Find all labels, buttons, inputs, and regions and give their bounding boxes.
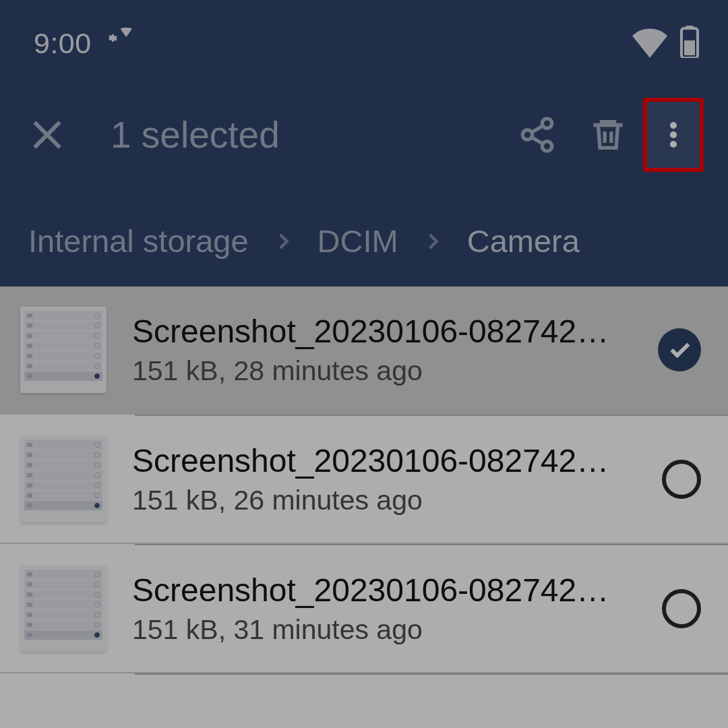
breadcrumb: Internal storage DCIM Camera — [0, 195, 728, 286]
svg-point-8 — [670, 141, 677, 148]
delete-button[interactable] — [572, 115, 643, 154]
file-info: Screenshot_20230106-082742 (3).p… 151 kB… — [132, 442, 636, 516]
breadcrumb-root[interactable]: Internal storage — [28, 222, 249, 260]
file-info: Screenshot_20230106-082742 (2).p… 151 kB… — [132, 313, 632, 387]
file-meta: 151 kB, 31 minutes ago — [132, 614, 636, 646]
close-selection-button[interactable] — [24, 116, 70, 154]
breadcrumb-dcim[interactable]: DCIM — [317, 222, 398, 260]
share-button[interactable] — [502, 115, 572, 154]
thumbnail — [20, 436, 107, 522]
selection-unchecked[interactable] — [662, 589, 701, 628]
selection-count: 1 selected — [111, 113, 502, 156]
selection-unchecked[interactable] — [662, 460, 701, 499]
file-list: Screenshot_20230106-082742 (2).p… 151 kB… — [0, 286, 728, 675]
more-vert-icon — [657, 115, 690, 155]
chevron-right-icon — [272, 230, 295, 253]
file-meta: 151 kB, 26 minutes ago — [132, 485, 636, 516]
status-bar: 9:00 — [0, 0, 728, 74]
file-meta: 151 kB, 28 minutes ago — [132, 355, 632, 387]
divider — [135, 673, 728, 675]
svg-point-3 — [542, 119, 552, 129]
status-right — [632, 24, 700, 62]
svg-rect-2 — [684, 40, 695, 55]
share-icon — [518, 115, 557, 154]
selection-app-bar: 1 selected — [0, 74, 728, 195]
svg-point-5 — [542, 142, 552, 152]
thumbnail — [20, 307, 107, 393]
chevron-right-icon — [421, 230, 444, 253]
file-name: Screenshot_20230106-082742.png — [132, 572, 614, 609]
wifi-icon — [632, 24, 667, 62]
file-row[interactable]: Screenshot_20230106-082742 (3).p… 151 kB… — [0, 416, 728, 544]
check-icon — [666, 336, 693, 363]
settings-wifi-icon — [104, 28, 132, 59]
trash-icon — [588, 115, 628, 154]
clock: 9:00 — [34, 27, 92, 60]
file-name: Screenshot_20230106-082742 (2).p… — [132, 313, 614, 350]
status-left: 9:00 — [34, 27, 132, 60]
battery-icon — [679, 26, 700, 61]
close-icon — [28, 116, 66, 154]
file-row[interactable]: Screenshot_20230106-082742 (2).p… 151 kB… — [0, 286, 728, 415]
app-header: 9:00 1 selected Internal s — [0, 0, 728, 286]
svg-point-7 — [670, 131, 677, 138]
thumbnail — [20, 566, 107, 652]
svg-point-4 — [522, 130, 533, 140]
file-row[interactable]: Screenshot_20230106-082742.png 151 kB, 3… — [0, 545, 728, 673]
file-info: Screenshot_20230106-082742.png 151 kB, 3… — [132, 572, 636, 646]
breadcrumb-current[interactable]: Camera — [467, 222, 580, 260]
selection-checked[interactable] — [658, 328, 701, 371]
svg-rect-1 — [686, 26, 694, 30]
svg-point-6 — [670, 122, 677, 129]
file-name: Screenshot_20230106-082742 (3).p… — [132, 442, 614, 479]
more-options-button[interactable] — [643, 98, 704, 172]
